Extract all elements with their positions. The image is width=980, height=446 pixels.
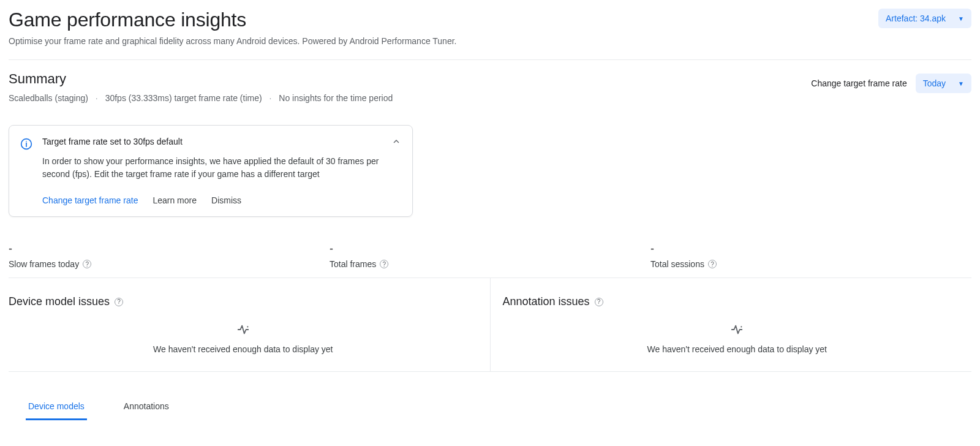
- empty-state-text: We haven't received enough data to displ…: [9, 344, 478, 354]
- summary-app-name: Scaledballs (staging): [9, 93, 88, 103]
- collapse-button[interactable]: [391, 137, 401, 148]
- empty-state-text: We haven't received enough data to displ…: [503, 344, 972, 354]
- info-card: Target frame rate set to 30fps default I…: [9, 125, 413, 217]
- chevron-down-icon: ▼: [958, 15, 964, 22]
- stat-label: Slow frames today: [9, 259, 79, 269]
- annotation-issues-panel: Annotation issues ? We haven't received …: [491, 278, 972, 371]
- summary-title: Summary: [9, 71, 393, 87]
- period-selector[interactable]: Today ▼: [916, 74, 971, 93]
- device-model-issues-title: Device model issues: [9, 295, 110, 308]
- info-icon: [20, 138, 32, 152]
- activity-icon: [503, 323, 972, 338]
- page-title: Game performance insights: [9, 9, 456, 31]
- stat-total-frames: - Total frames ?: [330, 243, 650, 269]
- artefact-selector-label: Artefact: 34.apk: [886, 13, 946, 23]
- tab-annotations[interactable]: Annotations: [121, 394, 172, 420]
- info-card-body: In order to show your performance insigh…: [42, 155, 401, 181]
- issues-row: Device model issues ? We haven't receive…: [9, 278, 971, 372]
- separator-dot: ·: [96, 93, 98, 103]
- stat-value: -: [330, 243, 650, 255]
- stat-value: -: [650, 243, 971, 255]
- annotation-issues-title: Annotation issues: [503, 295, 590, 308]
- summary-frame-rate: 30fps (33.333ms) target frame rate (time…: [105, 93, 262, 103]
- help-icon[interactable]: ?: [115, 298, 123, 306]
- help-icon[interactable]: ?: [595, 298, 603, 306]
- tabs: Device models Annotations: [9, 372, 971, 421]
- chevron-up-icon: [391, 137, 401, 146]
- summary-insights: No insights for the time period: [279, 93, 393, 103]
- summary-meta: Scaledballs (staging) · 30fps (33.333ms)…: [9, 93, 393, 103]
- stat-value: -: [9, 243, 330, 255]
- help-icon[interactable]: ?: [708, 260, 717, 268]
- page-subtitle: Optimise your frame rate and graphical f…: [9, 36, 456, 46]
- artefact-selector[interactable]: Artefact: 34.apk ▼: [878, 9, 971, 28]
- tab-device-models[interactable]: Device models: [26, 394, 87, 420]
- dismiss-button[interactable]: Dismiss: [211, 195, 241, 205]
- chevron-down-icon: ▼: [958, 80, 964, 87]
- info-card-title: Target frame rate set to 30fps default: [42, 137, 401, 146]
- stats-row: - Slow frames today ? - Total frames ? -…: [9, 243, 971, 278]
- stat-total-sessions: - Total sessions ?: [650, 243, 971, 269]
- help-icon[interactable]: ?: [380, 260, 388, 268]
- svg-point-2: [26, 141, 27, 142]
- stat-label: Total sessions: [650, 259, 704, 269]
- activity-icon: [9, 323, 478, 338]
- change-frame-rate-button[interactable]: Change target frame rate: [42, 195, 138, 205]
- stat-label: Total frames: [330, 259, 376, 269]
- stat-slow-frames: - Slow frames today ?: [9, 243, 330, 269]
- device-model-issues-panel: Device model issues ? We haven't receive…: [9, 278, 491, 371]
- separator-dot: ·: [270, 93, 272, 103]
- help-icon[interactable]: ?: [83, 260, 91, 268]
- svg-point-3: [247, 326, 248, 327]
- change-frame-rate-label: Change target frame rate: [811, 78, 907, 88]
- divider: [9, 59, 971, 60]
- svg-point-4: [741, 326, 742, 327]
- learn-more-button[interactable]: Learn more: [153, 195, 197, 205]
- period-selector-label: Today: [923, 78, 946, 88]
